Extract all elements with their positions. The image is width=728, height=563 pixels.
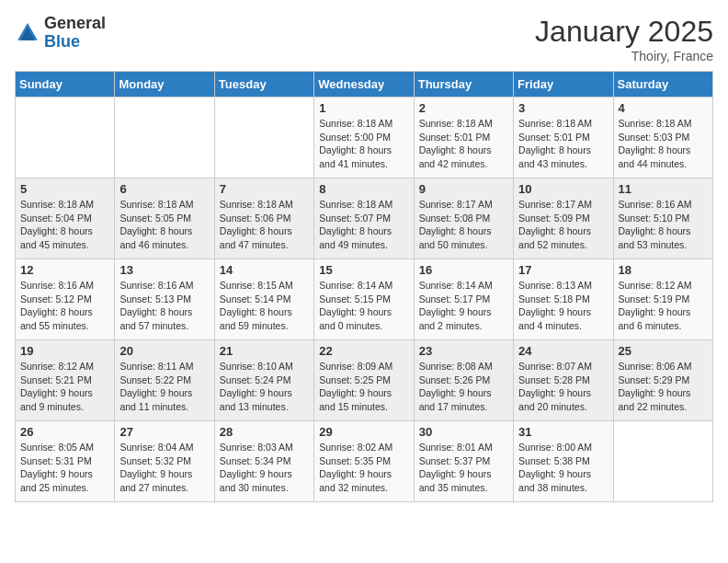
day-of-week-header: Saturday [613,72,712,98]
calendar-cell: 22Sunrise: 8:09 AM Sunset: 5:25 PM Dayli… [314,340,414,421]
day-number: 18 [619,263,708,277]
day-number: 21 [220,344,309,358]
calendar-cell: 25Sunrise: 8:06 AM Sunset: 5:29 PM Dayli… [613,340,712,421]
day-info: Sunrise: 8:12 AM Sunset: 5:19 PM Dayligh… [619,279,708,333]
day-info: Sunrise: 8:16 AM Sunset: 5:13 PM Dayligh… [119,279,209,333]
calendar-cell: 6Sunrise: 8:18 AM Sunset: 5:05 PM Daylig… [115,178,214,259]
day-info: Sunrise: 8:13 AM Sunset: 5:18 PM Dayligh… [518,279,608,333]
day-info: Sunrise: 8:18 AM Sunset: 5:05 PM Dayligh… [119,198,209,252]
day-number: 23 [419,344,508,358]
calendar-cell: 7Sunrise: 8:18 AM Sunset: 5:06 PM Daylig… [214,178,313,259]
day-number: 29 [319,425,408,439]
day-info: Sunrise: 8:16 AM Sunset: 5:12 PM Dayligh… [20,279,109,333]
day-info: Sunrise: 8:08 AM Sunset: 5:26 PM Dayligh… [419,360,508,414]
calendar-cell: 10Sunrise: 8:17 AM Sunset: 5:09 PM Dayli… [514,178,613,259]
day-number: 9 [419,182,508,196]
calendar-cell: 13Sunrise: 8:16 AM Sunset: 5:13 PM Dayli… [115,259,214,340]
day-info: Sunrise: 8:05 AM Sunset: 5:31 PM Dayligh… [20,441,109,495]
day-info: Sunrise: 8:14 AM Sunset: 5:17 PM Dayligh… [419,279,508,333]
day-number: 25 [619,344,708,358]
day-info: Sunrise: 8:18 AM Sunset: 5:01 PM Dayligh… [419,117,508,171]
day-info: Sunrise: 8:07 AM Sunset: 5:28 PM Dayligh… [518,360,608,414]
calendar-table: SundayMondayTuesdayWednesdayThursdayFrid… [15,71,713,502]
day-number: 10 [518,182,608,196]
calendar-cell: 14Sunrise: 8:15 AM Sunset: 5:14 PM Dayli… [214,259,313,340]
title-block: January 2025 Thoiry, France [535,15,713,63]
day-number: 28 [220,425,309,439]
calendar-cell: 5Sunrise: 8:18 AM Sunset: 5:04 PM Daylig… [16,178,115,259]
calendar-cell: 29Sunrise: 8:02 AM Sunset: 5:35 PM Dayli… [314,421,414,502]
calendar-week-row: 19Sunrise: 8:12 AM Sunset: 5:21 PM Dayli… [16,340,713,421]
day-info: Sunrise: 8:10 AM Sunset: 5:24 PM Dayligh… [220,360,309,414]
day-of-week-header: Wednesday [314,72,414,98]
calendar-cell: 28Sunrise: 8:03 AM Sunset: 5:34 PM Dayli… [214,421,313,502]
calendar-cell: 19Sunrise: 8:12 AM Sunset: 5:21 PM Dayli… [16,340,115,421]
calendar-body: 1Sunrise: 8:18 AM Sunset: 5:00 PM Daylig… [16,98,713,502]
calendar-cell: 4Sunrise: 8:18 AM Sunset: 5:03 PM Daylig… [613,98,712,178]
day-info: Sunrise: 8:01 AM Sunset: 5:37 PM Dayligh… [419,441,508,495]
location: Thoiry, France [535,49,713,63]
day-info: Sunrise: 8:09 AM Sunset: 5:25 PM Dayligh… [319,360,408,414]
calendar-cell: 30Sunrise: 8:01 AM Sunset: 5:37 PM Dayli… [414,421,513,502]
day-number: 22 [319,344,408,358]
calendar-cell: 8Sunrise: 8:18 AM Sunset: 5:07 PM Daylig… [314,178,414,259]
calendar-cell: 20Sunrise: 8:11 AM Sunset: 5:22 PM Dayli… [115,340,214,421]
day-info: Sunrise: 8:18 AM Sunset: 5:01 PM Dayligh… [518,117,608,171]
day-number: 26 [20,425,109,439]
calendar-week-row: 5Sunrise: 8:18 AM Sunset: 5:04 PM Daylig… [16,178,713,259]
day-number: 12 [20,263,109,277]
day-number: 17 [518,263,608,277]
day-info: Sunrise: 8:00 AM Sunset: 5:38 PM Dayligh… [518,441,608,495]
calendar-cell: 21Sunrise: 8:10 AM Sunset: 5:24 PM Dayli… [214,340,313,421]
calendar-cell: 16Sunrise: 8:14 AM Sunset: 5:17 PM Dayli… [414,259,513,340]
logo-general-text: General [44,14,106,32]
day-info: Sunrise: 8:18 AM Sunset: 5:06 PM Dayligh… [220,198,309,252]
logo-icon [15,20,40,46]
day-info: Sunrise: 8:18 AM Sunset: 5:03 PM Dayligh… [619,117,708,171]
day-info: Sunrise: 8:02 AM Sunset: 5:35 PM Dayligh… [319,441,408,495]
day-info: Sunrise: 8:18 AM Sunset: 5:04 PM Dayligh… [20,198,109,252]
day-of-week-header: Sunday [16,72,115,98]
calendar-cell [214,98,313,178]
day-number: 19 [20,344,109,358]
day-number: 31 [518,425,608,439]
day-number: 4 [619,101,708,115]
calendar-cell: 1Sunrise: 8:18 AM Sunset: 5:00 PM Daylig… [314,98,414,178]
calendar-cell: 31Sunrise: 8:00 AM Sunset: 5:38 PM Dayli… [514,421,613,502]
calendar-header-row: SundayMondayTuesdayWednesdayThursdayFrid… [16,72,713,98]
calendar-cell: 27Sunrise: 8:04 AM Sunset: 5:32 PM Dayli… [115,421,214,502]
page-header: General Blue January 2025 Thoiry, France [15,15,713,63]
day-info: Sunrise: 8:16 AM Sunset: 5:10 PM Dayligh… [619,198,708,252]
day-info: Sunrise: 8:04 AM Sunset: 5:32 PM Dayligh… [119,441,209,495]
day-info: Sunrise: 8:17 AM Sunset: 5:09 PM Dayligh… [518,198,608,252]
calendar-cell: 2Sunrise: 8:18 AM Sunset: 5:01 PM Daylig… [414,98,513,178]
day-info: Sunrise: 8:06 AM Sunset: 5:29 PM Dayligh… [619,360,708,414]
day-number: 15 [319,263,408,277]
calendar-cell: 12Sunrise: 8:16 AM Sunset: 5:12 PM Dayli… [16,259,115,340]
calendar-cell [115,98,214,178]
day-number: 3 [518,101,608,115]
day-number: 5 [20,182,109,196]
calendar-cell: 18Sunrise: 8:12 AM Sunset: 5:19 PM Dayli… [613,259,712,340]
logo: General Blue [15,15,106,52]
day-of-week-header: Tuesday [214,72,313,98]
calendar-cell: 11Sunrise: 8:16 AM Sunset: 5:10 PM Dayli… [613,178,712,259]
calendar-cell: 9Sunrise: 8:17 AM Sunset: 5:08 PM Daylig… [414,178,513,259]
calendar-cell: 24Sunrise: 8:07 AM Sunset: 5:28 PM Dayli… [514,340,613,421]
day-info: Sunrise: 8:15 AM Sunset: 5:14 PM Dayligh… [220,279,309,333]
calendar-cell: 26Sunrise: 8:05 AM Sunset: 5:31 PM Dayli… [16,421,115,502]
day-of-week-header: Monday [115,72,214,98]
calendar-week-row: 12Sunrise: 8:16 AM Sunset: 5:12 PM Dayli… [16,259,713,340]
day-number: 11 [619,182,708,196]
calendar-cell [613,421,712,502]
month-year: January 2025 [535,15,713,49]
day-number: 6 [119,182,209,196]
day-number: 24 [518,344,608,358]
day-number: 27 [119,425,209,439]
day-of-week-header: Thursday [414,72,513,98]
day-number: 13 [119,263,209,277]
day-number: 2 [419,101,508,115]
day-number: 20 [119,344,209,358]
day-number: 30 [419,425,508,439]
calendar-cell [16,98,115,178]
